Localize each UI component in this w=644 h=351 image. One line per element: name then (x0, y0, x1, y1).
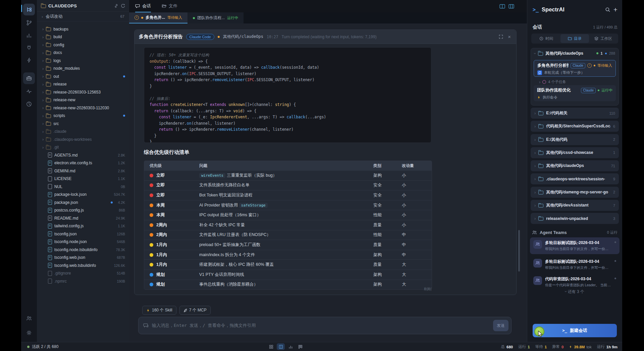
tree-file-row[interactable]: tailwind.config.js1.1K (37, 222, 129, 230)
folder-icon (46, 91, 51, 94)
tree-file-row[interactable]: tsconfig.json126B (37, 230, 129, 238)
code-block[interactable]: // 现在: 50+ 次重复写这个结构onOutput: (callback) … (144, 47, 431, 143)
uptime: 运行1h 9m (597, 344, 618, 349)
tree-folder-row[interactable]: ›build (37, 33, 129, 41)
tree-file-row[interactable]: tsconfig.web.json687B (37, 254, 129, 262)
tree-folder-row[interactable]: ›src (37, 120, 129, 128)
show-more-teams[interactable]: › 还有 3 个 (527, 289, 622, 295)
tab-workspace[interactable]: 工作区 (589, 34, 618, 43)
tree-file-row[interactable]: tsconfig.node.tsbuildinfo78.3K (37, 246, 129, 254)
chevron-right-icon: › (534, 124, 536, 128)
project-folder-icon (41, 4, 46, 8)
close-icon[interactable]: × (508, 34, 511, 39)
layout-grid-icon[interactable] (508, 4, 514, 9)
users-icon (532, 230, 537, 235)
tree-file-row[interactable]: package.json4.2K (37, 198, 129, 207)
sidebar-folder-row[interactable]: ›其他代码/devAssistant7 (531, 200, 619, 211)
chevron-right-icon: › (42, 14, 43, 19)
scrollbar-thumb[interactable] (518, 230, 520, 272)
tree-folder-row[interactable]: ›release-new (37, 96, 129, 104)
tab-files[interactable]: 文件 (162, 0, 177, 12)
columns-view-icon[interactable] (277, 343, 285, 350)
tab-time[interactable]: 时间 (532, 34, 560, 43)
tree-file-row[interactable]: README.md24.9K (37, 214, 129, 222)
team-card[interactable]: 多轮目标测试团队-2026-03-04帮我列出当前目录下的文件，并写一份简要说明 (530, 237, 620, 254)
sidebar-folder-row[interactable]: ›release/win-unpacked3 (531, 213, 619, 224)
tree-folder-row[interactable]: ›release-new-20260303-112030 (37, 104, 129, 112)
activity-icon[interactable] (23, 85, 35, 97)
link-icon[interactable] (114, 4, 118, 8)
tree-folder-row[interactable]: ›.claudeops-worktrees (37, 135, 129, 143)
tree-folder-row[interactable]: ›scripts (37, 112, 129, 120)
tree-folder-row[interactable]: ›.claude (37, 128, 129, 136)
chevron-right-icon: › (42, 121, 44, 126)
grid-view-icon[interactable] (267, 343, 275, 350)
bar-chart-icon[interactable] (23, 30, 35, 41)
toolbox-icon[interactable] (23, 72, 35, 84)
sidebar-folder-row[interactable]: ›其他代码/claudeOps71 (531, 160, 619, 171)
pie-chart-icon[interactable] (23, 98, 35, 110)
users-icon[interactable] (23, 312, 35, 324)
tree-folder-row[interactable]: ›.git (37, 143, 129, 152)
sidebar-folder-row[interactable]: ›E:/代码相关110 (531, 108, 619, 119)
sidebar-folder-row[interactable]: ›E:/其他代码2 (531, 134, 619, 145)
tree-folder-row[interactable]: ›release (37, 80, 129, 89)
sidebar-folder-row[interactable]: ›.claudeops-worktrees/session-9 (531, 173, 619, 184)
tree-file-row[interactable]: LICENSE1.1K (37, 175, 129, 183)
tree-file-row[interactable]: tsconfig.web.tsbuildinfo126.6K (37, 261, 129, 270)
tree-file-row[interactable]: package-lock.json534.7K (37, 191, 129, 199)
kanban-view-icon[interactable] (296, 343, 304, 350)
refresh-icon[interactable] (121, 4, 125, 8)
tree-folder-row[interactable]: ›logs (37, 57, 129, 65)
chat-bubble-icon (135, 4, 140, 8)
sessions-tree-icon[interactable] (23, 4, 35, 15)
session-group-header[interactable]: › 其他代码/claudeOps 1 288 (531, 48, 619, 58)
mcp-badge[interactable]: 7 个 MCP (179, 306, 211, 315)
session-tab-1[interactable]: ! 多角色并... 等待输入 (129, 12, 187, 23)
tree-file-row[interactable]: AGENTS.md2.8K (37, 151, 129, 159)
tree-file-row[interactable]: .npmrc190B (37, 277, 129, 285)
new-session-button[interactable]: >_ 新建会话 (533, 324, 617, 337)
send-button[interactable]: 发送 (493, 320, 508, 331)
new-item-plus-icon[interactable]: + (613, 6, 618, 13)
terminal-prompt-icon: >_ (562, 328, 567, 333)
expand-icon[interactable] (499, 35, 503, 39)
sidebar-folder-row[interactable]: ›代码相关/SterchainSuperCssdLocal6 (531, 121, 619, 132)
tree-folder-row[interactable]: ›config (37, 41, 129, 49)
zap-icon[interactable] (23, 54, 35, 66)
team-card[interactable]: 多轮目标测试团队-2026-03-04帮我列出当前目录下的文件，并写一份简要说明 (530, 256, 620, 273)
tree-file-row[interactable]: GEMINI.md2.8K (37, 167, 129, 175)
team-card[interactable]: 代码审查团队-2026-03-04你是一个代码审查团队的 Leader。 当前任… (530, 274, 620, 290)
tree-folder-row[interactable]: ›node_modules (37, 65, 129, 73)
tree-file-row[interactable]: electron.vite.config.ts1.2K (37, 159, 129, 167)
sidebar-folder-row[interactable]: ›其他代码/dameng-mcp-server-go2 (531, 187, 619, 198)
tree-folder-row[interactable]: ›backups (37, 25, 129, 33)
tab-directory[interactable]: 目录 (560, 34, 589, 43)
session-card-2[interactable]: 团队协作流程优化 Claude 运行中 执行命令 (534, 85, 616, 101)
skills-badge[interactable]: 160 个 Skill (142, 306, 176, 315)
plug-icon[interactable] (23, 42, 35, 53)
tree-folder-row[interactable]: ›out (37, 72, 129, 80)
session-tab-2[interactable]: 团队协作流程... 运行中 (187, 12, 244, 23)
message-input[interactable]: 输入消息，Enter 发送，/ 查看命令，拖拽文件引用 发送 (138, 317, 512, 334)
layout-two-pane-icon[interactable] (499, 4, 505, 9)
priority-dot (150, 193, 153, 197)
tab-sessions[interactable]: 会话 (135, 0, 151, 12)
tree-file-row[interactable]: postcss.config.js86B (37, 207, 129, 215)
tree-file-row[interactable]: .gitignore514B (37, 270, 129, 278)
subtasks-toggle[interactable]: › 4 个子任务 (539, 79, 566, 84)
tree-file-row[interactable]: tsconfig.node.json546B (37, 238, 129, 246)
session-changes-row[interactable]: › 会话改动 67 (37, 12, 129, 21)
session-card-1[interactable]: 多角色并行分析报告 Claude ! 等待输入 本轮完成（等待下一步） (534, 60, 616, 77)
tree-folder-row[interactable]: ›docs (37, 49, 129, 57)
tree-file-row[interactable]: NUL0B (37, 183, 129, 191)
chart-view-icon[interactable] (286, 343, 294, 350)
priority-dot (150, 263, 153, 267)
git-branch-icon[interactable] (23, 17, 35, 28)
gear-icon[interactable] (23, 327, 35, 339)
tree-folder-row[interactable]: ›release-20260303-125653 (37, 88, 129, 96)
sidebar-folder-row[interactable]: ›其他代码/cssd-showcase1 (531, 147, 619, 158)
turn-status: Turn completed (waiting for next input, … (282, 35, 377, 39)
search-icon[interactable] (605, 7, 610, 12)
file-size: 4.2K (118, 200, 125, 204)
